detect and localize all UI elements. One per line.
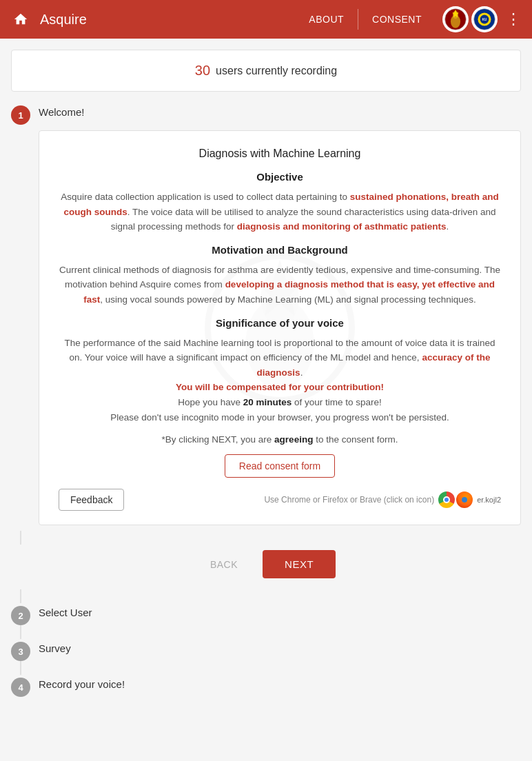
nav-consent[interactable]: CONSENT [358, 0, 436, 39]
objective-text: Asquire data collection application is u… [59, 190, 501, 234]
home-button[interactable] [8, 7, 33, 32]
step-1-row: 1 Welcome! [11, 103, 521, 125]
logo-right: KU [471, 6, 498, 32]
objective-text-before: Asquire data collection application is u… [61, 192, 350, 202]
nav-about[interactable]: ABOUT [295, 0, 358, 39]
objective-highlight2: diagnosis and monitoring of asthmatic pa… [237, 221, 447, 232]
step-4-circle: 4 [11, 678, 30, 697]
header-logos: KU [442, 6, 498, 32]
header-nav: ABOUT CONSENT [295, 0, 436, 39]
step-4-label: Record your voice! [39, 675, 125, 690]
motivation-text: Current clinical methods of diagnosis fo… [59, 263, 501, 307]
svg-marker-11 [257, 260, 303, 316]
step-1-label: Welcome! [39, 103, 84, 118]
steps-container: 1 Welcome! Diagnosis with Machine Learni… [0, 103, 532, 708]
objective-heading: Objective [59, 171, 501, 183]
incognito-warning: Please don't use incognito mode in your … [110, 412, 449, 423]
agree-before: *By clicking NEXT, you are [162, 434, 275, 445]
back-button[interactable]: BACK [196, 552, 252, 577]
time-text-before: Hope you have [178, 397, 243, 407]
more-menu-button[interactable]: ⋮ [503, 10, 524, 28]
agree-after: to the consent form. [313, 434, 398, 445]
significance-heading: Significance of your voice [59, 317, 501, 329]
logo-left [442, 6, 469, 32]
time-highlight: 20 minutes [243, 397, 292, 407]
objective-text-end: . [447, 221, 449, 232]
step-2-label: Select User [39, 603, 92, 618]
step-connector-2-3 [20, 625, 21, 639]
consent-card: Diagnosis with Machine Learning Objectiv… [39, 130, 521, 525]
recording-count: 30 [195, 63, 210, 79]
step-connector-before-2 [20, 589, 21, 603]
app-header: Asquire ABOUT CONSENT KU ⋮ [0, 0, 532, 39]
step-2-row: 2 Select User [11, 603, 521, 625]
compensation-text: You will be compensated for your contrib… [176, 382, 384, 392]
browser-icons [438, 491, 473, 508]
motivation-heading: Motivation and Background [59, 244, 501, 256]
feedback-button[interactable]: Feedback [59, 489, 124, 511]
step-connector-1-2 [20, 531, 21, 545]
chrome-icon[interactable] [438, 491, 455, 508]
browser-hint: Use Chrome or Firefox or Brave (click on… [264, 491, 501, 508]
recording-bar: 30 users currently recording [11, 50, 521, 92]
step-4-row: 4 Record your voice! [11, 675, 521, 697]
watermark-icon [204, 252, 356, 404]
step-3-row: 3 Survey [11, 639, 521, 661]
step-3-label: Survey [39, 639, 71, 654]
svg-point-10 [261, 269, 299, 327]
nav-buttons: BACK NEXT [11, 550, 521, 578]
recording-label: users currently recording [216, 65, 337, 77]
step-2-circle: 2 [11, 606, 30, 625]
consent-title: Diagnosis with Machine Learning [59, 148, 501, 160]
read-consent-button[interactable]: Read consent form [225, 454, 335, 478]
motivation-text-after: , using vocal sounds powered by Machine … [100, 294, 476, 305]
significance-text: The performance of the said Machine lear… [59, 336, 501, 425]
card-footer: Feedback Use Chrome or Firefox or Brave … [59, 489, 501, 511]
svg-point-9 [246, 298, 314, 389]
firefox-icon[interactable] [456, 491, 473, 508]
agree-word: agreeing [274, 434, 313, 445]
step-1-circle: 1 [11, 105, 30, 125]
user-id: er.kojl2 [477, 496, 501, 504]
significance-text2: . [300, 367, 303, 378]
browser-hint-text: Use Chrome or Firefox or Brave (click on… [264, 495, 434, 505]
next-button[interactable]: NEXT [263, 550, 336, 578]
app-title: Asquire [40, 12, 87, 28]
agree-text: *By clicking NEXT, you are agreeing to t… [59, 434, 501, 445]
svg-text:KU: KU [482, 18, 487, 21]
svg-point-8 [208, 256, 352, 400]
step-connector-3-4 [20, 661, 21, 675]
step-3-circle: 3 [11, 642, 30, 661]
time-text-after: of your time to spare! [291, 397, 382, 407]
